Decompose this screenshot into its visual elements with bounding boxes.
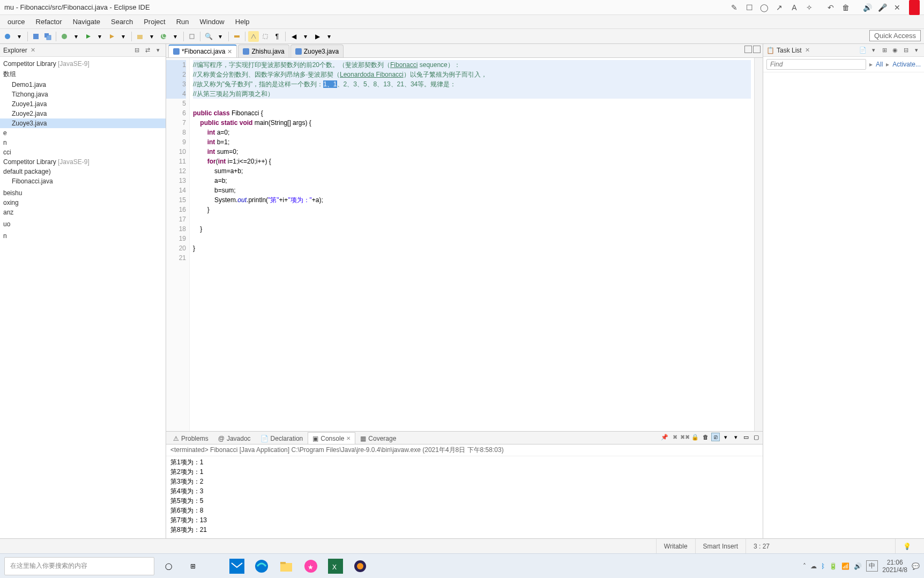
excel-app-icon[interactable]: X <box>325 555 346 577</box>
undo-icon[interactable]: ↶ <box>823 0 838 15</box>
code-line[interactable]: } <box>193 224 751 234</box>
ime-indicator[interactable]: 中 <box>866 560 878 572</box>
console-open-icon[interactable]: ▾ <box>721 433 730 441</box>
console-scroll-lock-icon[interactable]: 🔒 <box>691 433 699 441</box>
status-tip-icon[interactable]: 💡 <box>895 539 919 553</box>
code-body[interactable]: //编写程序，字实现打印斐波那契数列的前20个数。（斐波那契数列（Fibonac… <box>190 58 754 431</box>
bottom-tab-problems[interactable]: ⚠Problems <box>168 432 213 444</box>
notifications-icon[interactable]: 💬 <box>912 562 920 570</box>
show-whitespace-button[interactable]: ¶ <box>272 31 282 42</box>
code-editor[interactable]: 123456789101112131415161718192021 //编写程序… <box>166 58 763 431</box>
editor-tab[interactable]: *Fibonacci.java✕ <box>168 45 237 57</box>
mic-icon[interactable]: 🎤 <box>875 0 890 15</box>
battery-icon[interactable]: 🔋 <box>829 562 837 570</box>
code-line[interactable] <box>193 234 751 243</box>
volume-icon[interactable]: 🔊 <box>854 562 862 570</box>
tree-item[interactable]: 数组 <box>0 69 166 80</box>
tree-item[interactable]: Fibonacci.java <box>0 176 166 186</box>
editor-tab[interactable]: Zhishu.java <box>238 45 289 57</box>
new-task-icon[interactable]: 📄 <box>859 46 867 55</box>
new-class-button[interactable]: C <box>158 31 169 42</box>
view-menu-icon[interactable]: ▾ <box>912 46 921 55</box>
tree-item[interactable]: default package) <box>0 167 166 176</box>
mark-occurrences-button[interactable] <box>248 31 259 42</box>
coverage-button[interactable] <box>106 31 117 42</box>
link-editor-icon[interactable]: ⇄ <box>143 46 152 55</box>
save-all-button[interactable] <box>42 31 53 42</box>
text-icon[interactable]: A <box>787 0 802 15</box>
new-button[interactable] <box>2 31 13 42</box>
menu-search[interactable]: Search <box>106 16 138 27</box>
code-line[interactable]: //故又称为"兔子数列"，指的是这样一个数列：1、1、2、3、5、8、13、21… <box>193 79 751 89</box>
code-line[interactable]: //从第三项起为前两项之和） <box>193 89 751 99</box>
edge-app-icon[interactable] <box>251 555 272 577</box>
collapse-all-icon[interactable]: ⊟ <box>132 46 141 55</box>
quick-access-input[interactable]: Quick Access <box>869 30 921 41</box>
tasklist-all-link[interactable]: All <box>876 61 883 68</box>
dropdown-icon[interactable]: ▾ <box>118 31 129 42</box>
bluetooth-icon[interactable]: ᛒ <box>821 562 825 570</box>
debug-button[interactable] <box>59 31 70 42</box>
dropdown-icon[interactable]: ▾ <box>300 31 311 42</box>
code-line[interactable]: } <box>193 205 751 214</box>
arrow-icon[interactable]: ↗ <box>772 0 787 15</box>
record-icon[interactable] <box>909 0 920 15</box>
cortana-icon[interactable]: ◯ <box>158 555 179 577</box>
dropdown-icon[interactable]: ▾ <box>215 31 226 42</box>
view-menu-icon[interactable]: ▾ <box>154 46 162 55</box>
maximize-view-icon[interactable] <box>753 46 761 53</box>
trash-icon[interactable]: 🗑 <box>838 0 853 15</box>
close-icon[interactable]: ✕ <box>346 435 351 441</box>
code-line[interactable]: for(int i=1;i<=20;i++) { <box>193 157 751 166</box>
dropdown-icon[interactable]: ▾ <box>94 31 105 42</box>
onedrive-icon[interactable]: ☁ <box>810 562 817 570</box>
tree-item[interactable]: Competitor Library [JavaSE-9] <box>0 59 166 69</box>
task-view-icon[interactable]: ⊞ <box>182 555 204 577</box>
editor-tab[interactable]: Zuoye3.java <box>290 45 344 57</box>
file-explorer-icon[interactable] <box>275 555 297 577</box>
bottom-tab-javadoc[interactable]: @Javadoc <box>213 432 256 444</box>
tree-item[interactable]: Zuoye2.java <box>0 109 166 118</box>
tree-item[interactable]: Demo1.java <box>0 80 166 90</box>
code-line[interactable]: //又称黄金分割数列、因数学家列昂纳多·斐波那契（Leonardoda Fibo… <box>193 70 751 79</box>
bottom-tab-coverage[interactable]: ▦Coverage <box>355 432 401 444</box>
tree-item[interactable]: beishu <box>0 188 166 198</box>
mail-app-icon[interactable] <box>226 555 248 577</box>
console-new-icon[interactable]: ▾ <box>732 433 740 441</box>
tree-item[interactable]: e <box>0 128 166 138</box>
menu-window[interactable]: Window <box>195 16 230 27</box>
tasklist-activate-link[interactable]: Activate... <box>892 61 921 68</box>
console-display-icon[interactable]: ⎚ <box>711 433 720 441</box>
menu-refactor[interactable]: Refactor <box>31 16 68 27</box>
categorize-icon[interactable]: ⊞ <box>880 46 889 55</box>
dropdown-icon[interactable]: ▾ <box>324 31 334 42</box>
run-button[interactable] <box>83 31 93 42</box>
tree-item[interactable]: n <box>0 138 166 147</box>
wand-icon[interactable]: ✧ <box>802 0 817 15</box>
focus-icon[interactable]: ◉ <box>891 46 899 55</box>
minimize-view-icon[interactable]: ▭ <box>742 433 750 441</box>
code-line[interactable]: int sum=0; <box>193 147 751 157</box>
windows-search-input[interactable]: 在这里输入你要搜索的内容 <box>4 557 154 575</box>
menu-help[interactable]: Help <box>230 16 255 27</box>
console-pin-icon[interactable]: 📌 <box>660 433 669 441</box>
block-selection-button[interactable] <box>260 31 271 42</box>
code-line[interactable]: System.out.println("第"+i+"项为："+a); <box>193 195 751 205</box>
toggle-breadcrumb-button[interactable] <box>232 31 242 42</box>
code-line[interactable]: public static void main(String[] args) { <box>193 118 751 128</box>
console-removeall-icon[interactable]: ✖✖ <box>681 433 689 441</box>
vertical-scrollbar[interactable] <box>754 58 763 431</box>
dropdown-icon[interactable]: ▾ <box>170 31 181 42</box>
forward-button[interactable]: ▶ <box>312 31 323 42</box>
explorer-tree[interactable]: Competitor Library [JavaSE-9]数组Demo1.jav… <box>0 57 166 538</box>
code-line[interactable] <box>193 253 751 263</box>
dropdown-icon[interactable]: ▾ <box>14 31 25 42</box>
new-package-button[interactable] <box>135 31 145 42</box>
code-line[interactable]: //编写程序，字实现打印斐波那契数列的前20个数。（斐波那契数列（Fibonac… <box>193 60 751 70</box>
close-icon[interactable]: ✕ <box>890 0 905 15</box>
tree-item[interactable]: Tizhong.java <box>0 90 166 99</box>
chevron-right-icon[interactable]: ▸ <box>869 61 873 68</box>
bottom-tab-console[interactable]: ▣Console✕ <box>308 432 355 444</box>
minimize-view-icon[interactable] <box>744 46 752 53</box>
tree-item[interactable]: uo <box>0 219 166 229</box>
